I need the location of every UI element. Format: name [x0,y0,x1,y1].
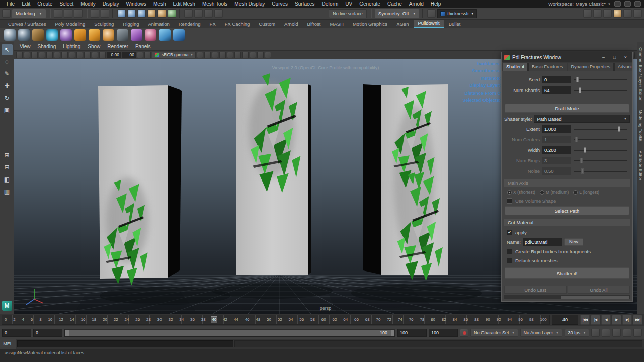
help-panel-icon[interactable] [634,1,641,7]
material-name-field[interactable]: pdiCutMatl [523,238,562,246]
frame-2[interactable]: 2 [13,317,16,323]
frame-90[interactable]: 90 [485,317,491,323]
fracture-body-tool-icon[interactable] [145,29,156,41]
frame-52[interactable]: 52 [277,317,283,323]
shelf-tab-bullet[interactable]: Bullet [445,21,465,28]
clay-tool-icon[interactable] [103,29,114,41]
frame-72[interactable]: 72 [386,317,392,323]
range-slider-track[interactable]: 100 [64,329,395,337]
menu-help[interactable]: Help [427,1,445,7]
simulation-tool-icon[interactable] [173,29,185,41]
frame-36[interactable]: 36 [190,317,195,323]
shelf-tab-fx[interactable]: FX [206,21,220,28]
sidebar-tab-attribute-editor[interactable]: Attribute Editor [638,151,643,180]
save-scene-icon[interactable] [74,9,83,18]
shelf-tab-arnold[interactable]: Arnold [280,21,302,28]
shelf-tab-fx-caching[interactable]: FX Caching [221,21,254,28]
graph-editor-icon[interactable] [602,329,610,337]
checkbox-icon[interactable] [507,249,512,254]
shading-wireframe-icon[interactable] [197,52,203,58]
playback-button-[interactable]: |◀◀ [580,315,590,325]
shading-smooth-icon[interactable] [204,52,211,58]
lock-camera-icon[interactable] [24,52,30,58]
tool-icon-[interactable]: ▣ [2,105,13,116]
playback-button-[interactable]: ◀ [601,315,611,325]
shelf-tab-xgen[interactable]: XGen [392,21,413,28]
menu-modify[interactable]: Modify [77,1,99,7]
shelf-tab-custom[interactable]: Custom [255,21,279,28]
shadows-icon[interactable] [227,52,233,58]
animation-preferences-icon[interactable] [623,329,631,337]
playback-button-[interactable]: |◀ [591,315,600,325]
xray-icon[interactable] [257,52,264,58]
menu-surfaces[interactable]: Surfaces [291,1,318,7]
resolution-gate-icon[interactable] [84,52,91,58]
playback-speed-icon[interactable] [591,329,600,337]
sidebar-tab-modeling-toolkit[interactable]: Modeling Toolkit [638,110,643,142]
menu-mesh-display[interactable]: Mesh Display [231,1,268,7]
menu-generate[interactable]: Generate [356,1,384,7]
ipr-render-icon[interactable] [593,9,602,18]
frame-40[interactable]: 40 [211,317,217,323]
panel-menu-lighting[interactable]: Lighting [59,44,84,49]
frame-54[interactable]: 54 [288,317,294,323]
anim-layer-selector[interactable]: No Anim Layer ▼ [520,329,562,337]
frame-56[interactable]: 56 [299,317,304,323]
no-live-surface-button[interactable]: No live surface [329,9,367,18]
frame-16[interactable]: 16 [80,317,86,323]
workspace-lock-icon[interactable] [614,1,621,7]
window-title-bar[interactable]: Pdi Fractures Window – □ × [502,52,632,62]
range-slider-bar[interactable]: 100 [65,330,394,336]
open-scene-icon[interactable] [64,9,72,18]
anim-end-field[interactable]: 100 [429,329,458,337]
snap-grid-icon[interactable] [117,9,126,18]
seed-field[interactable]: 0 [542,76,571,83]
gamma-field[interactable]: .00 [122,52,136,58]
frame-20[interactable]: 20 [102,317,108,323]
shelf-tab-animation[interactable]: Animation [144,21,173,28]
soft-select-icon[interactable] [427,9,436,18]
layout-pane-icon-[interactable]: ⊟ [2,162,13,173]
shelf-tab-curves-surfaces[interactable]: Curves / Surfaces [4,21,50,28]
current-frame-field[interactable]: 40 [552,315,578,325]
playback-start-field[interactable]: 0 [33,329,62,337]
menu-select[interactable]: Select [56,1,77,7]
two-d-pan-icon[interactable] [54,52,60,58]
playback-button-[interactable]: ▶▶| [633,315,642,325]
render-current-frame-icon[interactable] [583,9,592,18]
menu-file[interactable]: File [3,1,18,7]
checkbox-icon[interactable] [507,258,512,263]
panel-menu-shading[interactable]: Shading [34,44,60,49]
menu-windows[interactable]: Windows [122,1,150,7]
menu-set-toggle-icon[interactable] [2,9,11,18]
shelf-tab-mash[interactable]: MASH [326,21,348,28]
auto-keyframe-icon[interactable] [460,329,468,337]
frame-96[interactable]: 96 [518,317,523,323]
hypershade-icon[interactable] [613,9,622,18]
command-input[interactable] [17,340,233,347]
render-settings-icon[interactable] [603,9,612,18]
frame-60[interactable]: 60 [321,317,327,323]
num-shards-slider[interactable] [574,86,627,94]
camera-attributes-icon[interactable] [31,52,38,58]
fractures-tab-dynamic-properties[interactable]: Dynamic Properties [568,63,614,71]
shelf-tab-sculpting[interactable]: Sculpting [90,21,118,28]
grid-toggle-icon[interactable] [69,52,75,58]
tool-icon-[interactable]: ◌ [2,56,13,67]
tool-icon-[interactable]: ↖ [2,44,13,55]
output-connections-icon[interactable] [194,9,203,18]
frame-30[interactable]: 30 [157,317,163,323]
frame-34[interactable]: 34 [179,317,184,323]
width-field[interactable]: 0.200 [542,146,571,154]
menu-mesh-tools[interactable]: Mesh Tools [199,1,231,7]
frame-70[interactable]: 70 [375,317,381,323]
playback-button-[interactable]: ▶ [612,315,621,325]
undo-all-button[interactable]: Undo All [568,286,630,294]
width-slider[interactable] [574,146,627,154]
maximize-button[interactable]: □ [610,54,619,61]
tool-icon-[interactable]: ✚ [2,80,13,92]
fractures-tab-basic-fractures[interactable]: Basic Fractures [528,63,567,71]
gate-mask-icon[interactable] [92,52,98,58]
menu-uv[interactable]: UV [342,1,356,7]
menu-display[interactable]: Display [99,1,123,7]
